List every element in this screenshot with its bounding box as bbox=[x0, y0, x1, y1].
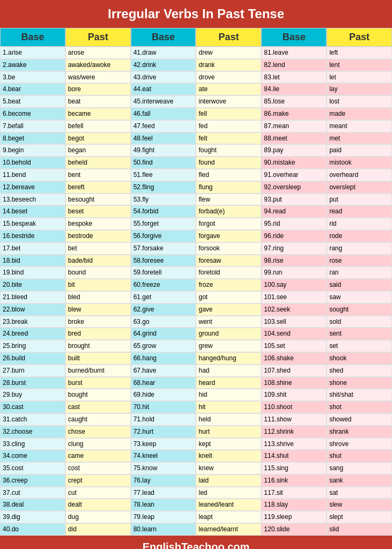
list-item: interwove bbox=[196, 95, 261, 108]
list-item: 22.blow bbox=[0, 303, 65, 316]
list-item: 25.bring bbox=[0, 340, 65, 352]
list-item: 67.have bbox=[131, 365, 196, 377]
list-item: 14.beset bbox=[0, 205, 65, 218]
list-item: 116.sink bbox=[261, 474, 327, 487]
list-item: fell bbox=[196, 108, 261, 120]
list-item: 119.sleep bbox=[261, 511, 327, 523]
list-item: 59.foretell bbox=[131, 266, 196, 279]
list-item: ate bbox=[196, 83, 261, 95]
col3-past: Past leftlentletlaylostmademeantmetpaidm… bbox=[327, 28, 392, 536]
list-item: overslept bbox=[327, 181, 392, 194]
list-item: 111.show bbox=[261, 413, 327, 426]
list-item: chose bbox=[65, 426, 131, 438]
list-item: 34.come bbox=[0, 450, 65, 462]
list-item: bred bbox=[65, 328, 131, 340]
col1-past: Past aroseawaked/awokewas/wereborebeatbe… bbox=[65, 28, 131, 536]
list-item: 57.forsake bbox=[131, 242, 196, 255]
list-item: 47.feed bbox=[131, 120, 196, 132]
list-item: felt bbox=[196, 132, 261, 145]
list-item: 86.make bbox=[261, 108, 327, 120]
list-item: shrove bbox=[327, 438, 392, 450]
list-item: sold bbox=[327, 316, 392, 328]
list-item: 98.rise bbox=[261, 255, 327, 267]
list-item: 102.seek bbox=[261, 303, 327, 316]
list-item: gave bbox=[196, 303, 261, 316]
list-item: 29.buy bbox=[0, 389, 65, 401]
list-item: 107.shed bbox=[261, 365, 327, 377]
list-item: showed bbox=[327, 413, 392, 426]
list-item: 40.do bbox=[0, 523, 65, 536]
list-item: shrank bbox=[327, 426, 392, 438]
list-item: 96.ride bbox=[261, 230, 327, 242]
list-item: 104.send bbox=[261, 328, 327, 340]
main-container: Irregular Verbs In Past Tense Base 1.ari… bbox=[0, 0, 392, 549]
list-item: dug bbox=[65, 511, 131, 523]
list-item: froze bbox=[196, 279, 261, 291]
list-item: sent bbox=[327, 328, 392, 340]
list-item: 39.dig bbox=[0, 511, 65, 523]
list-item: began bbox=[65, 144, 131, 157]
list-item: sat bbox=[327, 487, 392, 499]
list-item: forsook bbox=[196, 242, 261, 255]
list-item: 51.flee bbox=[131, 169, 196, 181]
list-item: sank bbox=[327, 474, 392, 487]
list-item: 4.bear bbox=[0, 83, 65, 95]
list-item: 70.hit bbox=[131, 401, 196, 413]
list-item: 2.awake bbox=[0, 59, 65, 71]
list-item: lent bbox=[327, 59, 392, 71]
list-item: 54.forbid bbox=[131, 205, 196, 218]
list-item: 115.sing bbox=[261, 462, 327, 474]
col1-past-header: Past bbox=[65, 28, 131, 47]
list-item: forgot bbox=[196, 218, 261, 230]
list-item: 35.cost bbox=[0, 462, 65, 474]
col1-base: Base 1.arise2.awake3.be4.bear5.beat6.bec… bbox=[0, 28, 65, 536]
list-item: 78.lean bbox=[131, 499, 196, 511]
list-item: beset bbox=[65, 205, 131, 218]
list-item: 114.shut bbox=[261, 450, 327, 462]
list-item: 3.be bbox=[0, 71, 65, 84]
list-item: 46.fall bbox=[131, 108, 196, 120]
list-item: 100.say bbox=[261, 279, 327, 291]
list-item: hit bbox=[196, 401, 261, 413]
list-item: 106.shake bbox=[261, 352, 327, 365]
list-item: bestrode bbox=[65, 230, 131, 242]
list-item: 42.drink bbox=[131, 59, 196, 71]
list-item: cost bbox=[65, 462, 131, 474]
list-item: cast bbox=[65, 401, 131, 413]
list-item: bore bbox=[65, 83, 131, 95]
list-item: 80.learn bbox=[131, 523, 196, 536]
list-item: sang bbox=[327, 462, 392, 474]
list-item: 89.pay bbox=[261, 144, 327, 157]
list-item: 13.beseech bbox=[0, 194, 65, 206]
list-item: shed bbox=[327, 365, 392, 377]
list-item: beat bbox=[65, 95, 131, 108]
list-item: 97.ring bbox=[261, 242, 327, 255]
list-item: shut bbox=[327, 450, 392, 462]
list-item: 118.slay bbox=[261, 499, 327, 511]
list-item: led bbox=[196, 487, 261, 499]
list-item: flew bbox=[196, 194, 261, 206]
list-item: besought bbox=[65, 194, 131, 206]
list-item: fled bbox=[196, 169, 261, 181]
list-item: bled bbox=[65, 291, 131, 303]
list-item: learned/learnt bbox=[196, 523, 261, 536]
list-item: meant bbox=[327, 120, 392, 132]
page-title: Irregular Verbs In Past Tense bbox=[0, 0, 392, 28]
list-item: 69.hide bbox=[131, 389, 196, 401]
list-item: dealt bbox=[65, 499, 131, 511]
list-item: 90.mistake bbox=[261, 157, 327, 169]
list-item: got bbox=[196, 291, 261, 303]
list-item: 60.freeze bbox=[131, 279, 196, 291]
list-item: burned/burnt bbox=[65, 365, 131, 377]
list-item: beheld bbox=[65, 157, 131, 169]
list-item: befell bbox=[65, 120, 131, 132]
list-item: arose bbox=[65, 47, 131, 59]
list-item: 75.know bbox=[131, 462, 196, 474]
list-item: 103.sell bbox=[261, 316, 327, 328]
list-item: 56.forgive bbox=[131, 230, 196, 242]
list-item: 45.interweave bbox=[131, 95, 196, 108]
list-item: met bbox=[327, 132, 392, 145]
list-item: put bbox=[327, 194, 392, 206]
list-item: paid bbox=[327, 144, 392, 157]
list-item: 11.bend bbox=[0, 169, 65, 181]
